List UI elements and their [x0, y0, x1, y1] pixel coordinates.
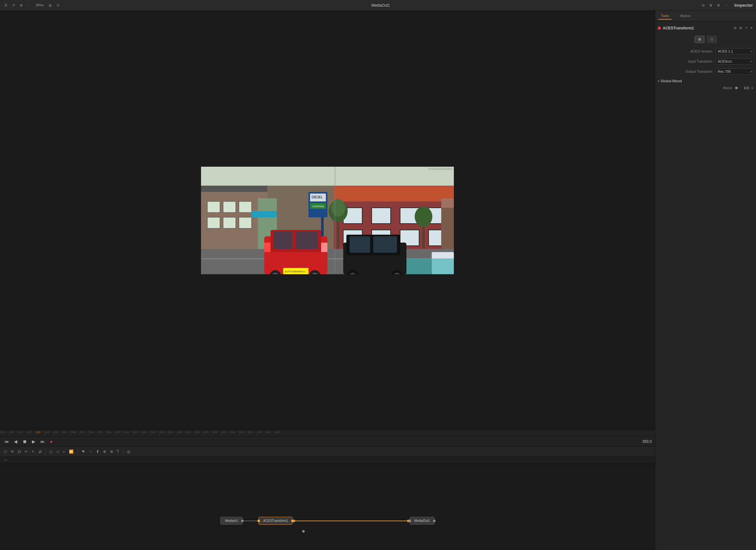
node-aces[interactable]: ACESTransform1: [259, 517, 293, 525]
stop-button[interactable]: ⏹: [21, 438, 28, 445]
input-transform-select[interactable]: ACEScct ACEScc ACESproxy Linear: [716, 58, 753, 64]
timeline-more: ⋯: [0, 457, 655, 464]
ruler-mark: 1l25: [44, 430, 53, 436]
svg-text:DIESEL: DIESEL: [312, 195, 323, 199]
tool-fx[interactable]: ⊕: [102, 449, 107, 455]
node-title: ACESTransform1: [663, 26, 731, 30]
tool-curve[interactable]: ⊛: [109, 449, 114, 455]
view2-button[interactable]: ⊡: [55, 3, 60, 8]
inspector-content: ACESTransform1 ⚙ ⊞ ↗ ✕ ⊞ ⊡ ACES Version …: [655, 21, 756, 550]
svg-rect-11: [334, 186, 454, 201]
tool-move[interactable]: ⇄: [37, 449, 43, 455]
tool-edit[interactable]: ✂: [23, 449, 29, 455]
tool-razor[interactable]: ↖: [30, 449, 36, 455]
ruler-mark: 1l45: [80, 430, 88, 436]
svg-rect-58: [406, 258, 454, 274]
window-grid[interactable]: ⊞: [716, 3, 721, 8]
undo-button[interactable]: ↺: [11, 3, 16, 8]
aces-version-row: ACES Version ACES 1.1 ACES 1.0 ACES 1.2: [658, 47, 753, 55]
top-bar-left: ☰ ↺ ⊞ ⋯ 28%▾ ▤ ⊡: [3, 3, 60, 8]
tool-speed[interactable]: ⏩: [68, 449, 75, 455]
svg-rect-6: [207, 217, 220, 228]
tool-zoom[interactable]: ⬆: [95, 449, 101, 455]
ruler-mark: 1l05: [221, 430, 230, 436]
node-mediain1-label: MediaIn1: [225, 519, 238, 523]
layout-button[interactable]: ⊞: [19, 3, 24, 8]
ruler-mark: 1l35: [274, 430, 283, 436]
tool-flag[interactable]: ⚑: [80, 449, 86, 455]
tool-marker[interactable]: ◇: [48, 449, 54, 455]
tool-extra[interactable]: ◎: [126, 449, 131, 455]
ruler-mark: 1l45: [186, 430, 195, 436]
tool-box[interactable]: ⊡: [16, 449, 22, 455]
timecode: 393.0: [642, 439, 652, 444]
blend-plus-button[interactable]: +: [751, 85, 753, 90]
global-blend-section[interactable]: ▾ Global Blend: [658, 79, 753, 83]
svg-rect-4: [223, 201, 236, 212]
node-input-mediaout: [409, 520, 411, 522]
more-button[interactable]: ⋯: [26, 3, 32, 8]
view-curves-button[interactable]: ⊡: [707, 36, 717, 43]
node-aces-label: ACESTransform1: [263, 519, 288, 523]
go-to-start-button[interactable]: ⏮: [3, 438, 10, 445]
ruler-mark: 1l35: [168, 430, 177, 436]
window-minimize[interactable]: ⊟: [701, 3, 706, 8]
ruler-mark: 1l35: [62, 430, 71, 436]
inspector-panel: Tools Motion ACESTransform1 ⚙ ⊞ ↗ ✕ ⊞ ⊡: [655, 11, 756, 550]
record-button[interactable]: ●: [49, 438, 54, 445]
node-extra-dot: [302, 530, 305, 533]
window-more[interactable]: ⋯: [723, 3, 729, 8]
tool-hand[interactable]: ☜: [88, 449, 94, 455]
svg-text:VOORSEL: VOORSEL: [312, 205, 325, 208]
tool-select[interactable]: ⬡: [3, 449, 8, 455]
tab-motion[interactable]: Motion: [678, 13, 693, 20]
window-maximize[interactable]: ⊠: [708, 3, 713, 8]
play-button[interactable]: ▶: [31, 438, 37, 445]
long-connector-wrapper: [293, 521, 410, 521]
ruler-mark: 1l55: [97, 430, 106, 436]
video-frame: 5120x2160xfloat32: [201, 167, 454, 274]
view-controls-button[interactable]: ⊞: [695, 36, 704, 43]
ruler-mark: 1l55: [204, 430, 212, 436]
node-settings-button[interactable]: ⚙: [733, 25, 737, 31]
ruler-mark: 1l40: [71, 430, 80, 436]
ruler-mark: 1l15: [239, 430, 248, 436]
go-to-end-button[interactable]: ⏭: [39, 438, 46, 445]
node-close-button[interactable]: ✕: [749, 25, 753, 31]
tab-tools[interactable]: Tools: [658, 13, 672, 20]
svg-rect-13: [372, 208, 391, 223]
tool-separator: [77, 449, 78, 455]
blend-value: 0.0: [740, 86, 749, 90]
svg-point-57: [415, 206, 432, 227]
input-transform-select-wrapper: ACEScct ACEScc ACESproxy Linear: [716, 58, 753, 64]
svg-rect-8: [239, 217, 252, 228]
video-content: DIESEL VOORSEL: [201, 167, 454, 274]
timeline-more-button[interactable]: ⋯: [3, 457, 9, 463]
tool-snap[interactable]: ⟳: [9, 449, 15, 455]
ruler-mark-highlight: 1l20: [35, 430, 44, 436]
tool-audio[interactable]: ♫: [55, 449, 60, 455]
node-status-dot: [658, 27, 661, 30]
ruler-mark: 1l30: [159, 430, 168, 436]
output-transform-select[interactable]: Rec.709 P3-D65 Rec.2020 sRGB: [716, 68, 753, 75]
output-transform-label: Output Transform: [658, 70, 716, 73]
zoom-button[interactable]: 28%▾: [34, 3, 45, 8]
aces-version-label: ACES Version: [658, 49, 716, 53]
ruler-mark: 1l25: [150, 430, 159, 436]
svg-rect-5: [239, 201, 252, 212]
view1-button[interactable]: ▤: [47, 3, 53, 8]
step-back-button[interactable]: ◀: [13, 438, 19, 445]
tool-warp[interactable]: ≈: [62, 449, 66, 455]
ruler-mark: 1l00: [0, 430, 9, 436]
node-save-button[interactable]: ⊞: [739, 25, 743, 31]
menu-button[interactable]: ☰: [3, 3, 9, 8]
node-mediaout1[interactable]: MediaOut1: [410, 517, 435, 525]
node-link-button[interactable]: ↗: [744, 25, 748, 31]
node-mediain1[interactable]: MediaIn1: [220, 517, 243, 525]
blend-row: Blend 0.0 +: [658, 85, 753, 90]
svg-rect-7: [223, 217, 236, 228]
svg-rect-29: [252, 211, 277, 217]
svg-rect-47: [373, 236, 397, 253]
aces-version-select[interactable]: ACES 1.1 ACES 1.0 ACES 1.2: [716, 48, 753, 54]
tool-text[interactable]: T: [116, 449, 120, 455]
